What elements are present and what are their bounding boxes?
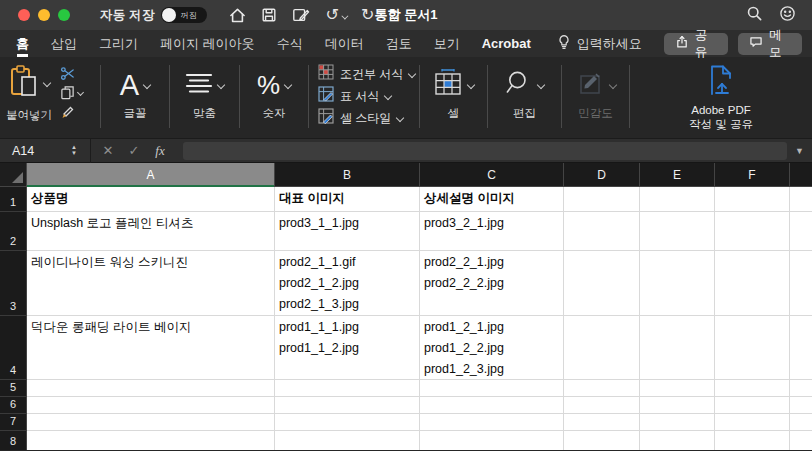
row-header-1[interactable]: 1	[0, 187, 27, 212]
formula-input[interactable]	[183, 142, 787, 160]
cell-b7[interactable]	[275, 414, 420, 431]
maximize-window-button[interactable]	[58, 9, 70, 21]
tab-home[interactable]: 홈	[16, 30, 29, 57]
alignment-group[interactable]: 맞춤	[170, 57, 239, 138]
tab-acrobat[interactable]: Acrobat	[482, 30, 531, 57]
comments-button[interactable]: 메모	[738, 33, 802, 55]
formula-bar-expand-icon[interactable]: ▼	[795, 146, 812, 156]
cell-d3[interactable]	[564, 251, 640, 316]
name-box-stepper[interactable]: ▲▼	[64, 145, 84, 156]
tab-view[interactable]: 보기	[434, 30, 460, 57]
column-header-f[interactable]: F	[715, 163, 790, 187]
cut-button[interactable]	[60, 66, 83, 81]
cell-g5[interactable]	[790, 380, 812, 397]
cell-f7[interactable]	[715, 414, 790, 431]
cell-b1[interactable]: 대표 이미지	[275, 187, 420, 212]
cell-a8[interactable]	[27, 431, 275, 450]
font-group[interactable]: A 글꼴	[101, 57, 169, 138]
row-header-6[interactable]: 6	[0, 397, 27, 414]
cell-d2[interactable]	[564, 212, 640, 251]
select-all-button[interactable]	[0, 163, 27, 187]
cell-g7[interactable]	[790, 414, 812, 431]
cell-d8[interactable]	[564, 431, 640, 450]
column-header-c[interactable]: C	[420, 163, 564, 187]
tab-page-layout[interactable]: 페이지 레이아웃	[160, 30, 255, 57]
cell-c3[interactable]: prod2_2_1.jpg prod2_2_2.jpg	[420, 251, 564, 316]
cell-g4[interactable]	[790, 316, 812, 380]
row-header-4[interactable]: 4	[0, 316, 27, 380]
paste-button[interactable]: 붙여넣기	[6, 64, 52, 123]
cells-group[interactable]: 셀	[420, 57, 487, 138]
tab-review[interactable]: 검토	[386, 30, 412, 57]
cell-e5[interactable]	[640, 380, 715, 397]
cell-c4[interactable]: prod1_2_1.jpg prod1_2_2.jpg prod1_2_3.jp…	[420, 316, 564, 380]
conditional-formatting-button[interactable]: 조건부 서식	[318, 66, 415, 82]
cell-g8[interactable]	[790, 431, 812, 450]
cell-d4[interactable]	[564, 316, 640, 380]
search-icon[interactable]	[746, 5, 763, 26]
cell-a6[interactable]	[27, 397, 275, 414]
home-icon[interactable]	[229, 7, 246, 24]
cell-c8[interactable]	[420, 431, 564, 450]
cell-f5[interactable]	[715, 380, 790, 397]
cell-e4[interactable]	[640, 316, 715, 380]
format-as-table-button[interactable]: 표 서식	[318, 88, 391, 104]
column-header-a[interactable]: A	[27, 163, 275, 187]
tab-formulas[interactable]: 수식	[277, 30, 303, 57]
cell-e6[interactable]	[640, 397, 715, 414]
insert-function-button[interactable]: fx	[147, 143, 173, 159]
edit-mode-icon[interactable]	[292, 7, 310, 23]
cell-d5[interactable]	[564, 380, 640, 397]
cell-f3[interactable]	[715, 251, 790, 316]
cell-c5[interactable]	[420, 380, 564, 397]
cell-b2[interactable]: prod3_1_1.jpg	[275, 212, 420, 251]
cell-d1[interactable]	[564, 187, 640, 212]
save-icon[interactable]	[261, 7, 277, 23]
cell-b4[interactable]: prod1_1_1.jpg prod1_1_2.jpg	[275, 316, 420, 380]
cell-a5[interactable]	[27, 380, 275, 397]
tell-me-box[interactable]: 입력하세요	[557, 34, 642, 53]
undo-button[interactable]: ↺	[325, 6, 345, 24]
cell-b5[interactable]	[275, 380, 420, 397]
minimize-window-button[interactable]	[38, 9, 50, 21]
column-header-d[interactable]: D	[564, 163, 640, 187]
cell-styles-button[interactable]: 셀 스타일	[318, 110, 403, 126]
cell-b3[interactable]: prod2_1_1.gif prod2_1_2.jpg prod2_1_3.jp…	[275, 251, 420, 316]
close-window-button[interactable]	[18, 9, 30, 21]
cell-a4[interactable]: 덕다운 롱패딩 라이트 베이지	[27, 316, 275, 380]
cell-d6[interactable]	[564, 397, 640, 414]
cell-f2[interactable]	[715, 212, 790, 251]
row-header-8[interactable]: 8	[0, 431, 27, 450]
cell-c7[interactable]	[420, 414, 564, 431]
cell-e8[interactable]	[640, 431, 715, 450]
cell-e2[interactable]	[640, 212, 715, 251]
name-box[interactable]: A14	[0, 144, 64, 158]
cell-f6[interactable]	[715, 397, 790, 414]
redo-button[interactable]: ↻	[361, 7, 374, 23]
row-header-3[interactable]: 3	[0, 251, 27, 316]
feedback-smiley-icon[interactable]	[779, 5, 796, 26]
cell-g6[interactable]	[790, 397, 812, 414]
cell-g2[interactable]	[790, 212, 812, 251]
cell-c2[interactable]: prod3_2_1.jpg	[420, 212, 564, 251]
cell-b6[interactable]	[275, 397, 420, 414]
cell-e3[interactable]	[640, 251, 715, 316]
cell-b8[interactable]	[275, 431, 420, 450]
row-header-5[interactable]: 5	[0, 380, 27, 397]
column-header-b[interactable]: B	[275, 163, 420, 187]
column-header-e[interactable]: E	[640, 163, 715, 187]
cell-g3[interactable]	[790, 251, 812, 316]
confirm-icon[interactable]: ✓	[121, 143, 147, 158]
cell-f4[interactable]	[715, 316, 790, 380]
number-group[interactable]: % 숫자	[240, 57, 308, 138]
cell-f1[interactable]	[715, 187, 790, 212]
cell-a2[interactable]: Unsplash 로고 플레인 티셔츠	[27, 212, 275, 251]
sensitivity-group[interactable]: 민감도	[562, 57, 629, 138]
cell-d7[interactable]	[564, 414, 640, 431]
cell-e1[interactable]	[640, 187, 715, 212]
cell-a3[interactable]: 레이디나이트 워싱 스키니진	[27, 251, 275, 316]
format-painter-button[interactable]	[60, 104, 83, 119]
cell-g1[interactable]	[790, 187, 812, 212]
cell-c6[interactable]	[420, 397, 564, 414]
cell-c1[interactable]: 상세설명 이미지	[420, 187, 564, 212]
